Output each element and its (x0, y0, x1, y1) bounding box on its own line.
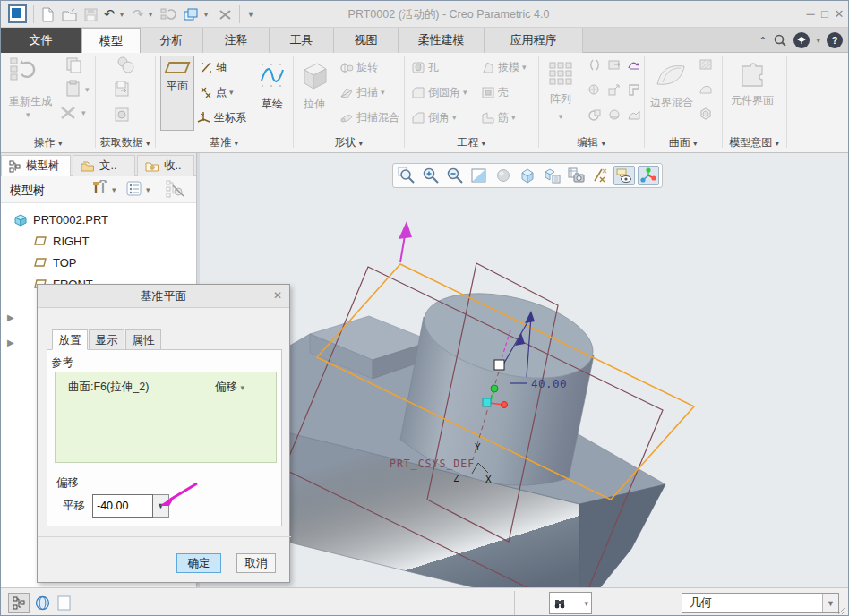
freestyle-button[interactable] (699, 107, 713, 124)
zoom-region-button[interactable] (396, 166, 417, 185)
tree-item-top[interactable]: TOP (33, 252, 77, 273)
tree-expand-arrow[interactable]: ▶ (7, 312, 14, 322)
refit-button[interactable] (468, 166, 490, 185)
sketch-button[interactable]: 草绘 (254, 56, 290, 131)
chevron-down-icon[interactable]: ▾ (381, 88, 385, 97)
tab-favorites[interactable]: 收.. (137, 155, 194, 176)
chevron-down-icon[interactable]: ▾ (816, 36, 820, 45)
udf-button[interactable] (114, 55, 135, 80)
datum-axis-button[interactable]: 轴 (200, 58, 227, 76)
tree-tools-button[interactable] (90, 180, 108, 201)
dialog-close-icon[interactable]: ✕ (273, 289, 282, 302)
thicken-button[interactable] (627, 108, 641, 125)
filter-dropdown-button[interactable]: ▼ (822, 594, 838, 612)
references-list[interactable]: 曲面:F6(拉伸_2) 偏移 ▾ (55, 372, 277, 463)
display-style-button[interactable] (517, 166, 538, 185)
zoom-in-button[interactable] (420, 166, 442, 185)
minimize-button[interactable]: ─ (803, 7, 818, 21)
intersect-button[interactable] (587, 83, 602, 100)
undo-dropdown[interactable]: ▾ (117, 5, 126, 23)
offset-button[interactable] (607, 83, 622, 100)
dialog-tab-placement[interactable]: 放置 (52, 329, 88, 350)
merge-button[interactable] (627, 58, 641, 75)
datum-display-filters-button[interactable] (589, 166, 611, 185)
offset-drag-handle[interactable] (494, 360, 504, 370)
datum-plane-button[interactable]: 平面 (160, 56, 194, 131)
app-icon[interactable] (8, 4, 27, 23)
full-screen-button[interactable] (53, 593, 74, 613)
trim-button[interactable] (607, 58, 622, 75)
chevron-down-icon[interactable]: ▾ (26, 110, 30, 119)
csys-label[interactable]: PRT_CSYS_DEF (390, 458, 475, 470)
chevron-down-icon[interactable]: ▾ (81, 108, 86, 117)
copy-button[interactable] (65, 56, 83, 78)
chevron-down-icon[interactable]: ▾ (452, 113, 457, 122)
group-datum[interactable]: 基准 ▾ (155, 135, 293, 151)
tab-view[interactable]: 视图 (334, 28, 399, 53)
shell-button[interactable]: 壳 (481, 83, 509, 101)
chevron-down-icon[interactable]: ▾ (511, 113, 516, 122)
spin-center-button[interactable] (638, 166, 659, 185)
cylinder-boss[interactable] (400, 279, 601, 486)
regenerate-button[interactable] (10, 56, 42, 87)
tree-filter-button[interactable] (166, 180, 185, 201)
import-button[interactable] (114, 80, 133, 103)
extrude-button[interactable]: 拉伸 (295, 56, 334, 131)
browser-toggle-button[interactable] (31, 593, 53, 613)
redo-dropdown[interactable]: ▾ (146, 5, 155, 23)
selection-filter-combo[interactable]: 几何 ▼ (682, 593, 839, 613)
datum-csys-button[interactable]: 坐标系 (196, 108, 246, 126)
shrinkwrap-button[interactable] (114, 105, 133, 128)
tab-analysis[interactable]: 分析 (141, 28, 203, 53)
mirror-button[interactable] (587, 58, 602, 75)
boundary-blend-button[interactable]: 边界混合 (649, 56, 694, 131)
draft-button[interactable]: 拔模 ▾ (481, 58, 527, 76)
annotation-display-button[interactable] (613, 166, 635, 185)
search-tool-button[interactable]: ▾ (549, 592, 592, 614)
undo-button[interactable]: ↶ (101, 5, 117, 23)
chevron-down-icon[interactable]: ▾ (522, 63, 527, 72)
hole-button[interactable]: 孔 (411, 58, 439, 76)
close-button[interactable]: ✕ (832, 7, 846, 21)
constraint-dropdown[interactable]: 偏移 ▾ (215, 380, 244, 395)
delete-button[interactable] (58, 105, 78, 124)
fill-button[interactable] (607, 108, 622, 125)
redo-button[interactable]: ↷ (130, 5, 146, 23)
maximize-button[interactable]: □ (818, 7, 832, 21)
search-icon[interactable] (773, 33, 787, 47)
round-button[interactable]: 倒圆角 ▾ (411, 83, 467, 101)
chevron-down-icon[interactable]: ▾ (229, 88, 234, 97)
tree-item-part[interactable]: PRT0002.PRT (13, 209, 108, 230)
dimension-value[interactable]: 40.00 (531, 377, 567, 390)
shading-button[interactable] (493, 166, 514, 185)
save-button[interactable] (81, 5, 99, 23)
view-manager-button[interactable] (565, 166, 587, 185)
datum-point-button[interactable]: 点 ▾ (200, 83, 234, 101)
quick-access-customize[interactable]: ▼ (244, 5, 257, 23)
tab-model-tree[interactable]: 模型树 (1, 155, 71, 176)
style-surface-button[interactable] (699, 81, 713, 98)
reference-item[interactable]: 曲面:F6(拉伸_2) (68, 380, 149, 395)
group-model-intent[interactable]: 模型意图 ▾ (722, 135, 786, 151)
project-button[interactable] (627, 83, 641, 100)
learning-center-button[interactable] (793, 32, 810, 48)
revolve-button[interactable]: 旋转 (339, 58, 378, 76)
minimize-ribbon-button[interactable]: ⌃ (759, 35, 767, 47)
tree-settings-button[interactable] (126, 181, 142, 201)
group-shapes[interactable]: 形状 ▾ (293, 135, 404, 151)
chevron-down-icon[interactable]: ▾ (85, 85, 90, 94)
translation-input[interactable] (92, 494, 153, 518)
tab-flexible-modeling[interactable]: 柔性建模 (399, 28, 485, 53)
chamfer-button[interactable]: 倒角 ▾ (411, 108, 457, 126)
windows-button[interactable] (182, 5, 200, 23)
fill-surface-button[interactable] (699, 58, 713, 74)
chevron-down-icon[interactable]: ▾ (112, 185, 116, 194)
pattern-button[interactable]: 阵列 ▾ (542, 56, 579, 131)
group-get-data[interactable]: 获取数据 ▾ (95, 135, 155, 151)
regenerate-quick-button[interactable] (159, 5, 178, 23)
zoom-out-button[interactable] (444, 166, 466, 185)
tab-file[interactable]: 文件 (1, 28, 81, 53)
graphics-area[interactable]: 40.00 PRT_CSYS_DEF Y Z X (200, 153, 849, 587)
plane-normal-arrow[interactable] (399, 221, 412, 262)
dialog-tab-properties[interactable]: 属性 (125, 329, 161, 350)
